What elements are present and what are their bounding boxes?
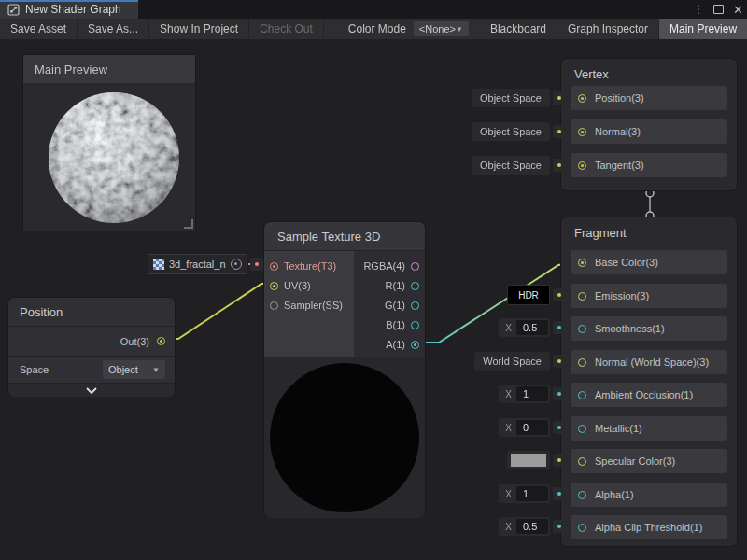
graph-inspector-toggle-button[interactable]: Graph Inspector (557, 19, 659, 39)
position-out-row: Out(3) (8, 327, 175, 357)
alpha-port[interactable] (578, 491, 586, 499)
input-row-texture: Texture(T3) (264, 257, 354, 275)
position-space-badge[interactable]: Object Space (472, 89, 566, 107)
output-row-a: A(1) (354, 335, 425, 354)
fragment-node[interactable]: Fragment Base Color(3) Emission(3) Smoot… (560, 217, 738, 547)
sampler-input-port[interactable] (270, 301, 278, 310)
alpha-clip-port[interactable] (578, 524, 586, 532)
b-output-port[interactable] (411, 321, 419, 329)
sample-texture-3d-title[interactable]: Sample Texture 3D (264, 222, 425, 251)
port-row-smoothness: Smoothness(1) (571, 316, 727, 341)
resize-handle[interactable] (184, 219, 193, 229)
vertex-node[interactable]: Vertex Position(3) Normal(3) Tangent(3) (560, 58, 738, 191)
output-row-rgba: RGBA(4) (354, 257, 425, 275)
port-row-alpha-clip: Alpha Clip Threshold(1) (571, 515, 727, 539)
position-space-row: Space Object ▼ (8, 357, 175, 384)
r-output-port[interactable] (411, 282, 419, 290)
port-row-alpha: Alpha(1) (571, 483, 727, 507)
kebab-menu-icon[interactable]: ⋮ (693, 4, 704, 15)
sample-node-outputs: RGBA(4) R(1) G(1) B(1) A(1) (354, 251, 425, 357)
sample-node-inputs: Texture(T3) UV(3) Sampler(SS) (264, 251, 354, 357)
normal-port[interactable] (578, 128, 586, 136)
port-row-emission: Emission(3) (571, 284, 727, 308)
texture-asset-widget: 3d_fractal_n (148, 254, 263, 274)
tangent-port[interactable] (578, 161, 586, 170)
tab-bar: New Shader Graph ⋮ ✕ (0, 0, 747, 19)
fragment-node-title: Fragment (561, 217, 737, 240)
alpha-clip-value-field[interactable]: X 0.5 (499, 517, 566, 536)
main-preview-toggle-button[interactable]: Main Preview (659, 19, 747, 39)
collapse-preview-toggle[interactable] (8, 384, 175, 397)
preview-sphere (23, 83, 195, 231)
g-output-port[interactable] (411, 301, 419, 310)
texture-asset-field[interactable]: 3d_fractal_n (148, 254, 247, 274)
port-row-position: Position(3) (571, 86, 727, 110)
output-row-g: G(1) (354, 296, 425, 315)
sample-texture-3d-node[interactable]: Sample Texture 3D Texture(T3) UV(3) Samp… (263, 221, 426, 518)
texture-thumbnail-icon (153, 259, 164, 270)
color-mode-value: <None> (419, 23, 456, 35)
space-dropdown[interactable]: Object ▼ (103, 360, 165, 379)
hdr-color-swatch[interactable]: HDR (507, 285, 550, 305)
position-port[interactable] (578, 94, 586, 103)
input-row-sampler: Sampler(SS) (264, 296, 354, 315)
tab-title: New Shader Graph (25, 3, 121, 16)
output-row-r: R(1) (354, 276, 425, 295)
texture-input-port[interactable] (270, 262, 278, 271)
position-node-title[interactable]: Position (8, 298, 175, 327)
sample-node-preview (264, 357, 425, 518)
save-asset-button[interactable]: Save Asset (0, 19, 78, 39)
alpha-value-field[interactable]: X 1 (499, 484, 566, 503)
port-row-base-color: Base Color(3) (571, 250, 727, 274)
close-icon[interactable]: ✕ (733, 4, 743, 16)
emission-hdr-field[interactable]: HDR (507, 286, 566, 304)
document-tab[interactable]: New Shader Graph (0, 0, 138, 19)
smoothness-value-field[interactable]: X 0.5 (499, 318, 566, 337)
main-preview-viewport (23, 83, 195, 231)
toolbar: Save Asset Save As... Show In Project Ch… (0, 19, 747, 39)
blackboard-toggle-button[interactable]: Blackboard (480, 19, 557, 39)
object-picker-icon[interactable] (231, 259, 242, 270)
maximize-icon[interactable] (713, 5, 724, 14)
rgba-output-port[interactable] (411, 262, 419, 271)
save-as-button[interactable]: Save As... (78, 19, 149, 39)
position-node[interactable]: Position Out(3) Space Object ▼ (7, 297, 176, 396)
port-row-specular-color: Specular Color(3) (571, 449, 727, 473)
show-in-project-button[interactable]: Show In Project (149, 19, 249, 39)
out-port[interactable] (157, 337, 165, 345)
wire-position-to-uv (166, 284, 269, 339)
main-preview-header[interactable]: Main Preview (23, 55, 195, 83)
node-preview-sphere (270, 363, 419, 512)
a-output-port[interactable] (411, 341, 419, 349)
normal-space-badge-fragment[interactable]: World Space (474, 352, 566, 371)
metallic-port[interactable] (578, 425, 586, 433)
base-color-port[interactable] (578, 259, 586, 267)
port-row-metallic: Metallic(1) (571, 416, 727, 441)
ambient-occlusion-port[interactable] (578, 391, 586, 399)
specular-color-port[interactable] (578, 457, 586, 466)
normal-space-badge[interactable]: Object Space (472, 122, 566, 141)
color-mode-dropdown[interactable]: <None> ▼ (414, 21, 469, 36)
ambient-occlusion-value-field[interactable]: X 1 (499, 385, 566, 403)
window-controls: ⋮ ✕ (693, 0, 743, 19)
specular-color-field[interactable] (507, 451, 566, 469)
port-row-tangent: Tangent(3) (571, 153, 727, 177)
tangent-space-badge[interactable]: Object Space (472, 156, 566, 175)
color-mode-label: Color Mode (324, 19, 414, 39)
chevron-down-icon (86, 387, 97, 394)
chevron-down-icon: ▼ (152, 366, 160, 374)
port-row-normal-ws: Normal (World Space)(3) (571, 350, 727, 374)
color-swatch[interactable] (511, 454, 546, 467)
chevron-down-icon: ▼ (456, 25, 463, 34)
check-out-button: Check Out (249, 19, 324, 39)
shader-graph-window: New Shader Graph ⋮ ✕ Save Asset Save As.… (0, 0, 747, 560)
metallic-value-field[interactable]: X 0 (499, 418, 566, 437)
port-row-normal: Normal(3) (571, 119, 727, 144)
smoothness-port[interactable] (578, 325, 586, 333)
main-preview-panel[interactable]: Main Preview (22, 54, 196, 231)
uv-input-port[interactable] (270, 282, 278, 290)
shader-graph-asset-icon (7, 4, 20, 16)
emission-port[interactable] (578, 292, 586, 301)
normal-ws-port[interactable] (578, 358, 586, 367)
port-row-ambient-occlusion: Ambient Occlusion(1) (571, 383, 727, 407)
